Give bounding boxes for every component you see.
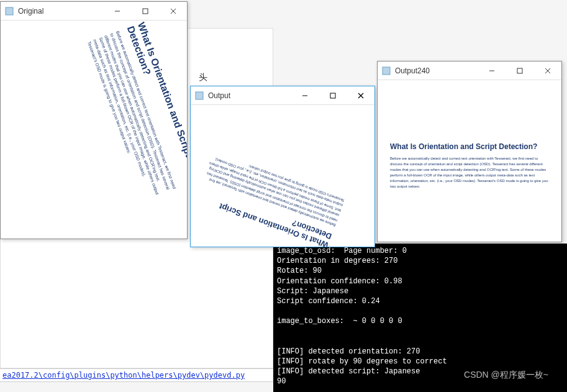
window-original[interactable]: Original What Is Orientation and Script …: [0, 1, 188, 239]
titlebar-original[interactable]: Original: [1, 2, 187, 21]
window-output[interactable]: Output What Is Orientation and Script De…: [190, 86, 375, 247]
svg-rect-2: [143, 9, 148, 14]
window-icon: [194, 91, 204, 101]
svg-rect-5: [196, 92, 203, 99]
minimize-button[interactable]: [478, 62, 506, 80]
window-output240[interactable]: Output240 What Is Orientation and Script…: [377, 61, 562, 242]
maximize-button[interactable]: [506, 62, 533, 80]
window-content-output240: What Is Orientation and Script Detection…: [378, 80, 561, 242]
window-content-output: What Is Orientation and Script Detection…: [191, 105, 374, 247]
window-title: Output240: [395, 66, 478, 75]
titlebar-output[interactable]: Output: [191, 86, 374, 105]
close-button[interactable]: [347, 86, 374, 105]
stray-glyph: 头: [199, 72, 207, 83]
titlebar-output240[interactable]: Output240: [378, 62, 561, 80]
file-path-link[interactable]: ea2017.2\config\plugins\python\helpers\p…: [0, 368, 273, 382]
minimize-button[interactable]: [291, 86, 319, 105]
article-heading: What Is Orientation and Script Detection…: [390, 142, 549, 151]
window-icon: [381, 66, 391, 76]
maximize-button[interactable]: [319, 86, 347, 105]
close-button[interactable]: [533, 62, 561, 80]
maximize-button[interactable]: [131, 2, 159, 21]
window-title: Output: [208, 91, 291, 100]
window-title: Original: [18, 7, 103, 16]
minimize-button[interactable]: [103, 2, 131, 21]
svg-rect-12: [517, 68, 522, 73]
window-content-original: What Is Orientation and Script Detection…: [1, 21, 187, 239]
close-button[interactable]: [159, 2, 187, 21]
svg-rect-10: [383, 67, 390, 75]
svg-rect-0: [6, 7, 13, 15]
svg-rect-7: [330, 93, 335, 98]
terminal-output[interactable]: image_to_osd: Page number: 0 Orientation…: [273, 244, 567, 392]
window-icon: [4, 6, 14, 16]
article-body: Before we automatically detect and corre…: [390, 156, 549, 189]
